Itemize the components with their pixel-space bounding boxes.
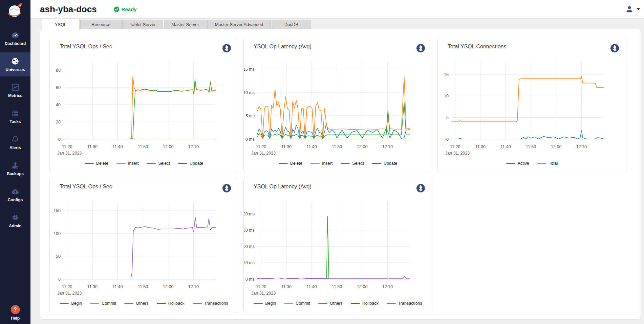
legend-item-insert[interactable]: Insert: [116, 161, 138, 166]
tab-resource[interactable]: Resource: [80, 20, 122, 29]
x-axis-date-label: Jan 31, 2023: [251, 151, 276, 156]
legend-item-delete[interactable]: Delete: [85, 161, 108, 166]
legend-swatch-icon: [506, 163, 515, 164]
legend-item-begin[interactable]: Begin: [254, 301, 276, 306]
legend-label: Transactions: [398, 301, 422, 306]
chart-plot-area[interactable]: 11:2011:3011:4011:5012:0012:10020406080J…: [50, 54, 238, 156]
legend-label: Update: [384, 161, 397, 166]
sidebar-item-alerts[interactable]: Alerts: [0, 131, 30, 155]
sidebar-item-dashboard[interactable]: Dashboard: [0, 26, 30, 50]
legend-item-insert[interactable]: Insert: [310, 161, 332, 166]
legend-item-others[interactable]: Others: [124, 301, 149, 306]
chart-card-header: Total YSQL Ops / Sec: [50, 178, 238, 194]
legend-item-transactions[interactable]: Transactions: [387, 301, 422, 306]
chart-card-total-ysql-connections: Total YSQL Connections 11:2011:3011:4011…: [437, 38, 626, 173]
legend-label: Transactions: [204, 301, 228, 306]
prometheus-icon[interactable]: [222, 44, 231, 53]
legend-swatch-icon: [537, 163, 546, 164]
chart-plot-area[interactable]: 11:2011:3011:4011:5012:0012:10051015Jan …: [438, 54, 626, 156]
x-axis-tick-label: 11:50: [138, 144, 148, 149]
sidebar-item-metrics[interactable]: Metrics: [0, 78, 30, 102]
prometheus-icon[interactable]: [610, 44, 619, 53]
user-menu[interactable]: [618, 3, 644, 16]
tab-tablet-server[interactable]: Tablet Server: [122, 20, 163, 29]
sidebar-item-backups[interactable]: Backups: [0, 157, 30, 181]
prometheus-icon[interactable]: [416, 44, 425, 53]
series-line-transactions: [63, 217, 216, 279]
sidebar-item-admin[interactable]: Admin: [0, 209, 30, 233]
legend-item-update[interactable]: Update: [372, 161, 397, 166]
x-axis-tick-label: 12:10: [188, 284, 199, 289]
admin-gear-icon: [11, 213, 20, 222]
tab-master-server[interactable]: Master Server: [164, 20, 207, 29]
yugabyte-logo[interactable]: [0, 0, 30, 22]
legend-item-others[interactable]: Others: [318, 301, 343, 306]
status-badge: Ready: [114, 6, 137, 12]
sidebar-item-label: Configs: [8, 198, 23, 202]
legend-label: Commit: [296, 301, 310, 306]
tab-master-server-advanced[interactable]: Master Server Advanced: [207, 20, 271, 29]
user-icon: [625, 5, 634, 14]
x-axis-tick-label: 11:50: [526, 144, 536, 149]
series-line-active: [451, 131, 604, 139]
legend-item-rollback[interactable]: Rollback: [157, 301, 185, 306]
x-axis-tick-label: 11:30: [281, 284, 292, 289]
x-axis-date-label: Jan 31, 2023: [57, 151, 82, 156]
legend-swatch-icon: [193, 303, 202, 304]
universes-globe-icon: [11, 57, 20, 66]
y-axis-tick-label: 80: [56, 68, 61, 73]
legend-item-begin[interactable]: Begin: [60, 301, 82, 306]
chart-legend: DeleteInsertSelectUpdate: [244, 156, 432, 173]
chart-card-header: YSQL Op Latency (Avg): [244, 38, 432, 54]
chart-plot-area[interactable]: 11:2011:3011:4011:5012:0012:100 ms50 ms1…: [244, 194, 432, 296]
legend-item-select[interactable]: Select: [147, 161, 170, 166]
legend-item-rollback[interactable]: Rollback: [351, 301, 379, 306]
sidebar-item-tasks[interactable]: Tasks: [0, 105, 30, 129]
chart-plot-area[interactable]: 11:2011:3011:4011:5012:0012:10050100150J…: [50, 194, 238, 296]
legend-label: Delete: [96, 161, 108, 166]
chart-plot-area[interactable]: 11:2011:3011:4011:5012:0012:100 ms5 ms10…: [244, 54, 432, 156]
status-label: Ready: [122, 6, 137, 12]
legend-swatch-icon: [147, 163, 156, 164]
legend-label: Begin: [265, 301, 276, 306]
sidebar: Dashboard Universes Metrics Tasks Alerts: [0, 0, 30, 324]
sidebar-item-label: Backups: [7, 171, 24, 176]
legend-item-total[interactable]: Total: [537, 161, 558, 166]
prometheus-icon[interactable]: [222, 184, 231, 193]
chart-legend: BeginCommitOthersRollbackTransactions: [244, 296, 432, 313]
sidebar-item-universes[interactable]: Universes: [0, 52, 30, 76]
legend-item-active[interactable]: Active: [506, 161, 529, 166]
legend-item-delete[interactable]: Delete: [279, 161, 302, 166]
legend-swatch-icon: [279, 163, 288, 164]
x-axis-tick-label: 11:40: [500, 144, 511, 149]
y-axis-tick-label: 0: [58, 137, 61, 142]
x-axis-tick-label: 11:50: [332, 284, 342, 289]
legend-label: Total: [549, 161, 558, 166]
prometheus-icon[interactable]: [416, 184, 425, 193]
tab-docdb[interactable]: DocDB: [272, 20, 311, 29]
metrics-tab-bar: YSQL Resource Tablet Server Master Serve…: [42, 19, 312, 30]
x-axis-tick-label: 11:30: [281, 144, 292, 149]
sidebar-item-help[interactable]: ? Help: [0, 305, 30, 321]
chart-grid: Total YSQL Ops / Sec 11:2011:3011:4011:5…: [40, 29, 641, 313]
legend-item-update[interactable]: Update: [178, 161, 203, 166]
tab-ysql[interactable]: YSQL: [42, 19, 80, 30]
legend-item-commit[interactable]: Commit: [90, 301, 116, 306]
chart-card-header: YSQL Op Latency (Avg): [244, 178, 432, 194]
legend-item-commit[interactable]: Commit: [284, 301, 310, 306]
legend-item-transactions[interactable]: Transactions: [193, 301, 228, 306]
chart-title: Total YSQL Ops / Sec: [60, 184, 112, 190]
sidebar-item-label: Admin: [9, 224, 21, 228]
sidebar-item-label: Dashboard: [5, 41, 26, 46]
chart-title: Total YSQL Ops / Sec: [60, 44, 112, 50]
legend-swatch-icon: [318, 303, 327, 304]
yugabyte-planet-rocket-logo-icon: [6, 2, 24, 21]
y-axis-tick-label: 50 ms: [244, 260, 255, 265]
metrics-panel: Total YSQL Ops / Sec 11:2011:3011:4011:5…: [40, 29, 641, 320]
series-line-transactions: [257, 276, 410, 279]
legend-item-select[interactable]: Select: [341, 161, 364, 166]
legend-swatch-icon: [157, 303, 166, 304]
y-axis-tick-label: 15 ms: [244, 67, 255, 72]
y-axis-tick-label: 5 ms: [245, 114, 255, 118]
sidebar-item-configs[interactable]: Configs: [0, 183, 30, 207]
